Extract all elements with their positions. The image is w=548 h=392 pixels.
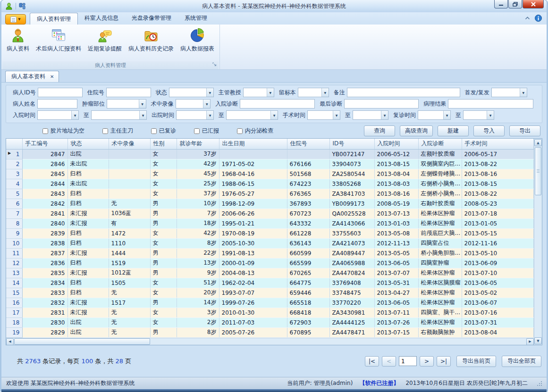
export-button[interactable]: 导出 [509,125,540,136]
table-row[interactable]: 192829出院无男8岁2005-07-26670895ZA4478471201… [6,327,534,337]
table-cell[interactable]: 男 [150,268,177,278]
column-header[interactable]: 住院号 [287,139,329,149]
table-cell[interactable]: 2013-07-11 [374,308,418,317]
table-row[interactable]: 162832未汇报1517男14岁1999-07-266655183377022… [6,298,534,308]
table-cell[interactable]: 2013-05-08 [374,228,418,238]
table-cell[interactable]: 男 [150,218,177,228]
table-cell[interactable]: 2013-07-07 [374,268,418,278]
table-cell[interactable]: 女 [150,179,177,189]
table-cell[interactable]: 归档 [67,258,109,268]
table-cell[interactable] [219,149,287,159]
surgery-date-to-combo[interactable]: ▼ [353,110,388,120]
table-cell[interactable]: 664775 [287,278,329,288]
table-cell[interactable]: 归档 [67,288,109,298]
film-address-empty-checkbox[interactable]: 胶片地址为空 [42,127,84,135]
table-cell[interactable]: 2013-06-07 [462,298,534,308]
minimize-button[interactable] [494,0,508,8]
final-diagnosis-input[interactable] [344,99,419,108]
table-cell[interactable]: 676166 [287,159,329,169]
table-cell[interactable]: 2013-08-16 [374,189,418,199]
intraop-video-combo[interactable]: ▼ [176,99,211,108]
table-cell[interactable] [109,149,150,159]
table-cell[interactable]: 未汇报 [67,218,109,228]
table-cell[interactable]: 2843 [22,189,67,199]
table-cell[interactable]: 670265 [287,268,329,278]
onset-relapse-combo[interactable]: ▼ [491,88,527,97]
scroll-right-icon[interactable]: ▶ [526,338,534,345]
table-cell[interactable]: 2013-08-22 [462,159,534,169]
row-header-cell[interactable]: 15 [6,288,22,298]
table-cell[interactable]: 松果体区肿瘤 [418,218,462,228]
table-cell[interactable]: 25岁 [177,179,219,189]
table-cell[interactable]: 1998-12-09 [219,199,287,209]
query-button[interactable]: 查询 [364,125,395,136]
table-cell[interactable] [109,189,150,199]
reported-checkbox[interactable]: 已汇报 [194,127,219,135]
table-cell[interactable]: 2013-06-05 [462,278,534,288]
table-cell[interactable]: 女 [150,278,177,288]
table-cell[interactable]: YB0099173 [329,199,374,209]
table-cell[interactable]: 2846 [22,159,67,169]
table-row[interactable]: 142834归档1505女51岁1962-02-0466477533769408… [6,278,534,288]
table-cell[interactable]: 37岁 [177,149,219,159]
table-cell[interactable]: 松果体区肿瘤 [418,209,462,218]
restore-button[interactable] [508,0,522,8]
user-icon[interactable] [5,2,13,10]
table-cell[interactable]: ZA2580544 [329,169,374,179]
table-cell[interactable]: 2839 [22,228,67,238]
table-cell[interactable]: 松果体区肿瘤 [418,288,462,298]
info-icon[interactable] [535,15,542,22]
patient-info-button[interactable]: 病人资料 [3,26,33,54]
status-combo[interactable]: ▼ [169,88,214,97]
table-cell[interactable]: 松果体区肿瘤 [418,298,462,308]
table-cell[interactable]: 双侧脑室内巨... [418,159,462,169]
table-cell[interactable]: 33748475 [329,288,374,298]
table-cell[interactable]: 右颞叶胶质瘤 [418,199,462,209]
table-cell[interactable]: 9岁 [177,268,219,278]
table-cell[interactable]: 男 [150,209,177,218]
table-cell[interactable]: QA0025528 [329,209,374,218]
column-header[interactable]: 入院时间 [374,139,418,149]
table-cell[interactable]: 1962-02-04 [219,278,287,288]
table-row[interactable]: 92839归档1472女42岁1970-08-19661228337556032… [6,228,534,238]
table-cell[interactable]: 2840 [22,218,67,228]
table-cell[interactable]: 2013-05-15 [462,228,534,238]
table-cell[interactable]: 无 [109,308,150,317]
table-cell[interactable]: 2013-07-13 [374,209,418,218]
row-header-cell[interactable]: 14 [6,278,22,288]
table-row[interactable]: 182830出院无女2岁2011-07-03672903ZA4444125201… [6,317,534,327]
table-cell[interactable]: 2013-07-15 [374,327,418,337]
chevron-down-icon[interactable]: ▼ [381,111,388,119]
table-cell[interactable]: 2837 [22,248,67,258]
table-cell[interactable]: 右额颞脑脓肿 [418,327,462,337]
admission-date-to-combo[interactable]: ▼ [91,110,147,120]
table-cell[interactable]: 668418 [287,308,329,317]
row-header-cell[interactable]: 11 [6,248,22,258]
table-cell[interactable]: 367893 [287,199,329,209]
column-header[interactable]: ID号 [329,139,374,149]
table-cell[interactable]: 1991-08-13 [219,248,287,258]
table-cell[interactable]: 1517 [109,298,150,308]
table-cell[interactable]: 未出院 [67,179,109,189]
chevron-down-icon[interactable]: ▼ [270,111,278,119]
chevron-down-icon[interactable]: ▼ [203,100,210,108]
table-cell[interactable]: ZA4444125 [329,317,374,327]
table-cell[interactable]: 670895 [287,327,329,337]
table-cell[interactable]: 男 [150,248,177,258]
scroll-down-icon[interactable]: ▼ [534,337,542,344]
chevron-down-icon[interactable]: ▼ [520,88,527,97]
table-cell[interactable]: 2013-08-04 [374,169,418,179]
table-cell[interactable]: 2847 [22,149,67,159]
column-header[interactable] [6,139,22,149]
table-cell[interactable]: 7岁 [177,209,219,218]
dialog-launcher-icon[interactable] [212,62,217,68]
next-page-button[interactable]: > [420,356,434,367]
table-cell[interactable]: 四脑室占位 [418,238,462,248]
column-header[interactable]: 出生日期 [219,139,287,149]
ribbon-tab-3[interactable]: 光盘录像带管理 [125,13,178,24]
table-cell[interactable]: 2010-01-30 [219,308,287,317]
table-cell[interactable]: 男 [150,258,177,268]
pathology-result-input[interactable] [448,99,533,108]
new-button[interactable]: 新建 [438,125,469,136]
chevron-down-icon[interactable]: ▼ [333,111,340,119]
